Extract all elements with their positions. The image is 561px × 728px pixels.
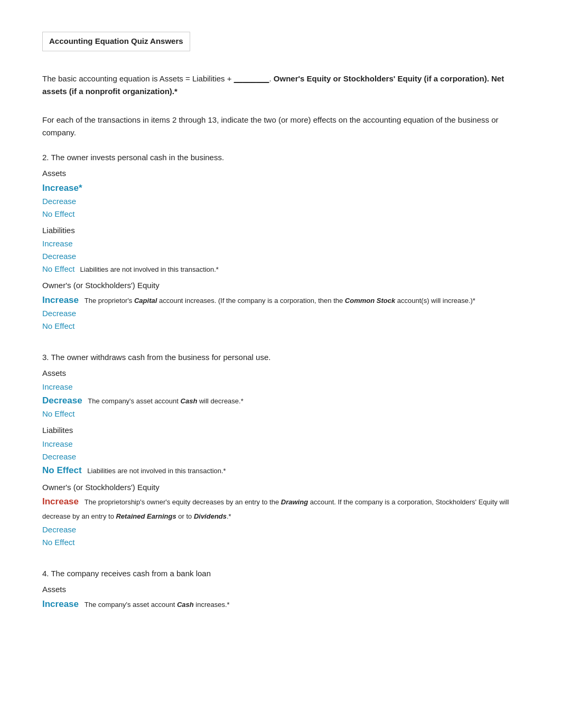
q3-assets-label: Assets <box>42 367 519 380</box>
q2-assets-decrease: Decrease <box>42 195 519 208</box>
intro-text-after: . <box>269 74 273 83</box>
q2-liabilities-note: Liabilities are not involved in this tra… <box>80 265 219 273</box>
q3-equity-decrease: Decrease <box>42 523 519 536</box>
q3-equity-label: Owner's (or Stockholders') Equity <box>42 482 519 494</box>
q4-assets-note: The company's asset account Cash increas… <box>85 601 230 609</box>
q2-assets-label: Assets <box>42 168 519 180</box>
q2-assets-noeffect: No Effect <box>42 208 519 220</box>
q2-equity-decrease: Decrease <box>42 307 519 320</box>
q3-equity: Owner's (or Stockholders') Equity Increa… <box>42 482 519 549</box>
q3-equity-noeffect: No Effect <box>42 536 519 549</box>
q2-assets-increase: Increase* <box>42 181 519 195</box>
q4-assets-increase: Increase The company's asset account Cas… <box>42 597 519 611</box>
page-title: Accounting Equation Quiz Answers <box>49 36 183 45</box>
q3-liabilities-label: Liabilites <box>42 425 519 437</box>
q3-assets-noeffect: No Effect <box>42 408 519 420</box>
intro-blank: ________ <box>234 74 269 83</box>
question-4-title: 4. The company receives cash from a bank… <box>42 568 519 580</box>
q3-liabilities: Liabilites Increase Decrease No Effect L… <box>42 425 519 477</box>
q2-assets: Assets Increase* Decrease No Effect <box>42 168 519 220</box>
q2-equity-noeffect: No Effect <box>42 320 519 333</box>
q3-assets-note: The company's asset account Cash will de… <box>88 397 243 405</box>
q3-assets: Assets Increase Decrease The company's a… <box>42 367 519 420</box>
q2-equity-increase: Increase The proprietor's Capital accoun… <box>42 293 519 307</box>
q2-liabilities: Liabilities Increase Decrease No Effect … <box>42 225 519 276</box>
q3-assets-increase: Increase <box>42 381 519 393</box>
q2-liabilities-increase: Increase <box>42 237 519 250</box>
q3-equity-note: The proprietorship's owner's equity decr… <box>42 498 509 520</box>
question-2: 2. The owner invests personal cash in th… <box>42 152 519 333</box>
q3-equity-increase: Increase The proprietorship's owner's eq… <box>42 494 519 523</box>
q2-liabilities-noeffect: No Effect Liabilities are not involved i… <box>42 263 519 275</box>
title-box: Accounting Equation Quiz Answers <box>42 32 190 51</box>
q3-liabilities-decrease: Decrease <box>42 450 519 463</box>
question-3-title: 3. The owner withdraws cash from the bus… <box>42 352 519 364</box>
q3-liabilities-increase: Increase <box>42 438 519 450</box>
question-3: 3. The owner withdraws cash from the bus… <box>42 352 519 549</box>
q2-equity: Owner's (or Stockholders') Equity Increa… <box>42 280 519 333</box>
q4-assets-label: Assets <box>42 584 519 596</box>
q3-liabilities-noeffect: No Effect Liabilities are not involved i… <box>42 463 519 477</box>
intro-text-before: The basic accounting equation is Assets … <box>42 74 234 83</box>
q2-equity-label: Owner's (or Stockholders') Equity <box>42 280 519 292</box>
question-4: 4. The company receives cash from a bank… <box>42 568 519 611</box>
intro-paragraph: The basic accounting equation is Assets … <box>42 72 519 98</box>
q2-equity-note: The proprietor's Capital account increas… <box>85 297 475 305</box>
instructions: For each of the transactions in items 2 … <box>42 114 519 139</box>
question-2-title: 2. The owner invests personal cash in th… <box>42 152 519 164</box>
q2-liabilities-decrease: Decrease <box>42 250 519 263</box>
q2-liabilities-label: Liabilities <box>42 225 519 237</box>
q4-assets: Assets Increase The company's asset acco… <box>42 584 519 611</box>
q3-liabilities-note: Liabilities are not involved in this tra… <box>87 467 226 475</box>
q3-assets-decrease: Decrease The company's asset account Cas… <box>42 393 519 408</box>
